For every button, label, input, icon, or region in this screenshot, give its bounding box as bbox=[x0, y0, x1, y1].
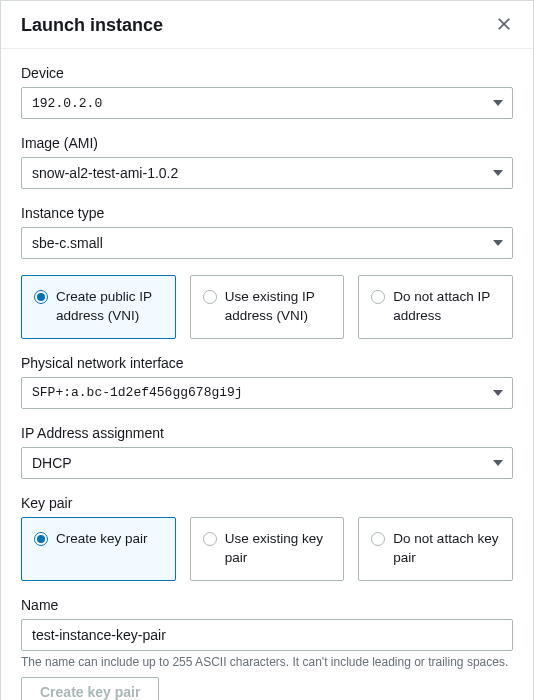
radio-no-ip[interactable]: Do not attach IP address bbox=[358, 275, 513, 339]
radio-label: Do not attach IP address bbox=[393, 288, 500, 326]
image-field: Image (AMI) snow-al2-test-ami-1.0.2 bbox=[21, 135, 513, 189]
radio-icon bbox=[34, 532, 48, 546]
instance-type-label: Instance type bbox=[21, 205, 513, 221]
device-value: 192.0.2.0 bbox=[32, 96, 102, 111]
ip-assign-field: IP Address assignment DHCP bbox=[21, 425, 513, 479]
create-keypair-button[interactable]: Create key pair bbox=[21, 677, 159, 700]
launch-instance-modal: Launch instance Device 192.0.2.0 Image (… bbox=[0, 0, 534, 700]
radio-use-existing-ip[interactable]: Use existing IP address (VNI) bbox=[190, 275, 345, 339]
name-hint: The name can include up to 255 ASCII cha… bbox=[21, 655, 513, 669]
radio-create-public-ip[interactable]: Create public IP address (VNI) bbox=[21, 275, 176, 339]
name-field: Name The name can include up to 255 ASCI… bbox=[21, 597, 513, 700]
radio-label: Create key pair bbox=[56, 530, 148, 549]
radio-create-keypair[interactable]: Create key pair bbox=[21, 517, 176, 581]
modal-body: Device 192.0.2.0 Image (AMI) snow-al2-te… bbox=[1, 49, 533, 700]
modal-title: Launch instance bbox=[21, 15, 163, 36]
device-field: Device 192.0.2.0 bbox=[21, 65, 513, 119]
image-label: Image (AMI) bbox=[21, 135, 513, 151]
radio-icon bbox=[203, 532, 217, 546]
keypair-label: Key pair bbox=[21, 495, 513, 511]
radio-icon bbox=[34, 290, 48, 304]
device-select[interactable]: 192.0.2.0 bbox=[21, 87, 513, 119]
ip-assign-value: DHCP bbox=[32, 455, 72, 471]
name-input[interactable] bbox=[21, 619, 513, 651]
radio-icon bbox=[203, 290, 217, 304]
keypair-field: Key pair Create key pair Use existing ke… bbox=[21, 495, 513, 581]
radio-label: Use existing IP address (VNI) bbox=[225, 288, 332, 326]
device-label: Device bbox=[21, 65, 513, 81]
radio-label: Do not attach key pair bbox=[393, 530, 500, 568]
close-icon bbox=[497, 19, 511, 34]
image-value: snow-al2-test-ami-1.0.2 bbox=[32, 165, 178, 181]
pni-select[interactable]: SFP+:a.bc-1d2ef456gg678gi9j bbox=[21, 377, 513, 409]
radio-label: Create public IP address (VNI) bbox=[56, 288, 163, 326]
pni-value: SFP+:a.bc-1d2ef456gg678gi9j bbox=[32, 385, 243, 400]
radio-label: Use existing key pair bbox=[225, 530, 332, 568]
close-button[interactable] bbox=[495, 15, 513, 36]
image-select[interactable]: snow-al2-test-ami-1.0.2 bbox=[21, 157, 513, 189]
pni-field: Physical network interface SFP+:a.bc-1d2… bbox=[21, 355, 513, 409]
ip-mode-field: Create public IP address (VNI) Use exist… bbox=[21, 275, 513, 339]
instance-type-field: Instance type sbe-c.small bbox=[21, 205, 513, 259]
ip-assign-select[interactable]: DHCP bbox=[21, 447, 513, 479]
modal-header: Launch instance bbox=[1, 1, 533, 49]
ip-assign-label: IP Address assignment bbox=[21, 425, 513, 441]
instance-type-select[interactable]: sbe-c.small bbox=[21, 227, 513, 259]
radio-use-existing-keypair[interactable]: Use existing key pair bbox=[190, 517, 345, 581]
radio-icon bbox=[371, 290, 385, 304]
name-label: Name bbox=[21, 597, 513, 613]
instance-type-value: sbe-c.small bbox=[32, 235, 103, 251]
pni-label: Physical network interface bbox=[21, 355, 513, 371]
radio-no-keypair[interactable]: Do not attach key pair bbox=[358, 517, 513, 581]
radio-icon bbox=[371, 532, 385, 546]
